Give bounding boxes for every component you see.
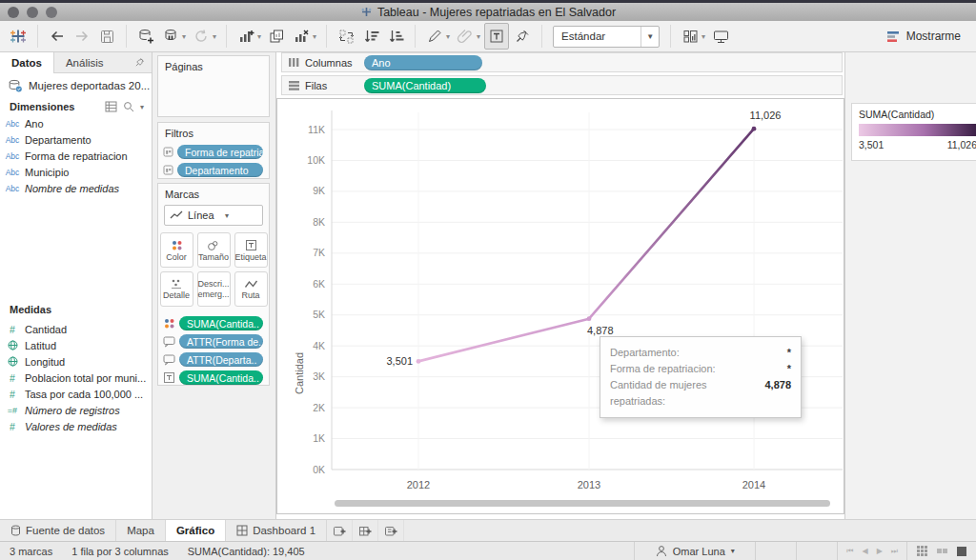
group-members-button[interactable]: [454, 24, 477, 49]
measure-longitud[interactable]: Longitud: [0, 353, 152, 370]
refresh-caret[interactable]: ▾: [213, 32, 216, 41]
new-worksheet-caret[interactable]: ▾: [257, 32, 261, 41]
new-dashboard-tab-button[interactable]: [353, 520, 378, 541]
show-mark-labels-button[interactable]: [484, 23, 509, 50]
duplicate-sheet-button[interactable]: [265, 24, 288, 49]
horizontal-scrollbar[interactable]: [335, 500, 830, 507]
color-dots-icon: [163, 317, 175, 330]
fix-axes-pin-button[interactable]: [511, 24, 534, 49]
svg-text:11K: 11K: [308, 124, 325, 135]
marks-card: Marcas Línea ▾ Color Tamaño Etiqueta: [157, 183, 270, 386]
dimensions-title: Dimensiones: [10, 101, 105, 112]
dimension-nombre-de-medidas[interactable]: AbcNombre de medidas: [0, 180, 152, 196]
zoom-window-button[interactable]: [46, 7, 57, 18]
sort-ascending-button[interactable]: [359, 24, 382, 49]
new-worksheet-button[interactable]: [234, 24, 257, 49]
filter-pill-departamento[interactable]: Departamento: [177, 163, 263, 177]
tab-datos[interactable]: Datos: [0, 52, 54, 73]
tab-fuente-de-datos[interactable]: Fuente de datos: [0, 520, 116, 541]
swap-axes-button[interactable]: [335, 24, 357, 49]
dimensions-list: AbcAno AbcDepartamento AbcForma de repat…: [0, 115, 152, 196]
tab-analisis[interactable]: Análisis: [54, 52, 115, 72]
redo-button[interactable]: [71, 24, 93, 49]
mark-pill-attr-departamento[interactable]: ATTR(Departa..: [179, 352, 263, 367]
search-icon[interactable]: [123, 101, 134, 112]
svg-text:8K: 8K: [313, 216, 325, 228]
measure-tasa[interactable]: #Tasa por cada 100,000 ...: [0, 386, 152, 402]
fit-mode-select[interactable]: Estándar ▼: [553, 26, 660, 48]
mark-pill-attr-forma[interactable]: ATTR(Forma de..: [179, 334, 263, 349]
measure-cantidad[interactable]: #Cantidad: [0, 321, 152, 337]
highlight-button[interactable]: [423, 24, 446, 49]
new-story-tab-button[interactable]: [378, 520, 404, 541]
color-gradient-bar[interactable]: [859, 124, 976, 136]
tab-grafico[interactable]: Gráfico: [166, 520, 226, 541]
close-window-button[interactable]: [8, 7, 19, 18]
user-name: Omar Luna: [673, 546, 725, 557]
previous-sheet-button[interactable]: ◀: [862, 547, 867, 555]
show-me-button[interactable]: Mostrarme: [886, 30, 961, 43]
pause-updates-button[interactable]: [159, 24, 182, 49]
line-chart[interactable]: 0K1K2K3K4K5K6K7K8K9K10K11K2012201320143,…: [277, 99, 844, 513]
columns-pill-ano[interactable]: Ano: [364, 55, 482, 70]
new-worksheet-tab-button[interactable]: [327, 520, 353, 541]
tab-mapa[interactable]: Mapa: [116, 520, 166, 541]
rows-pill-suma-cantidad[interactable]: SUMA(Cantidad): [364, 78, 486, 93]
mark-pill-suma-cantidad-label[interactable]: SUMA(Cantida..: [179, 370, 263, 385]
user-menu[interactable]: Omar Luna ▾: [634, 542, 755, 560]
next-sheet-button[interactable]: ▶: [877, 547, 883, 555]
refresh-button[interactable]: [190, 24, 213, 49]
first-sheet-button[interactable]: ⏮: [846, 547, 853, 556]
dimension-ano[interactable]: AbcAno: [0, 115, 152, 131]
show-hide-cards-caret[interactable]: ▾: [702, 32, 705, 41]
measure-numero-de-registros[interactable]: =#Número de registros: [0, 402, 152, 418]
marks-count: 3 marcas: [10, 546, 52, 557]
tooltip-button[interactable]: Descri... emerg...: [197, 271, 231, 307]
group-members-caret[interactable]: ▾: [477, 32, 480, 41]
show-hide-cards-button[interactable]: [679, 24, 702, 49]
status-cell: [755, 542, 796, 560]
presentation-mode-button[interactable]: [709, 24, 732, 49]
data-pane-tabs: Datos Análisis: [0, 52, 152, 73]
undo-button[interactable]: [46, 24, 69, 49]
show-sheet-button[interactable]: [956, 546, 967, 557]
measure-valores-de-medidas[interactable]: #Valores de medidas: [0, 418, 152, 434]
tab-dashboard-1[interactable]: Dashboard 1: [226, 520, 327, 541]
legend-min-value: 3,501: [859, 139, 884, 150]
last-sheet-button[interactable]: ⏭: [891, 547, 898, 556]
measure-latitud[interactable]: Latitud: [0, 337, 152, 353]
dimension-forma-de-repatriacion[interactable]: AbcForma de repatriacion: [0, 148, 152, 164]
show-tabs-button[interactable]: [916, 545, 928, 557]
view-as-list-icon[interactable]: [105, 101, 117, 112]
toolbar-separator: [226, 25, 227, 48]
pause-updates-caret[interactable]: ▾: [182, 32, 186, 41]
tableau-logo-button[interactable]: [7, 24, 30, 49]
label-button[interactable]: Etiqueta: [234, 232, 268, 268]
mark-type-select[interactable]: Línea ▾: [164, 205, 263, 226]
dimension-municipio[interactable]: AbcMunicipio: [0, 164, 152, 180]
tableau-doc-icon: [360, 6, 373, 18]
pane-pin-icon[interactable]: [134, 52, 152, 72]
show-filmstrip-button[interactable]: [936, 545, 948, 557]
measure-poblacion-total[interactable]: #Poblacion total por muni...: [0, 370, 152, 386]
dimension-departamento[interactable]: AbcDepartamento: [0, 131, 152, 148]
abc-type-icon: Abc: [0, 135, 25, 145]
color-button[interactable]: Color: [160, 232, 193, 268]
minimize-window-button[interactable]: [27, 7, 38, 18]
clear-sheet-button[interactable]: [290, 24, 313, 49]
new-datasource-button[interactable]: [134, 24, 157, 49]
datasource-item[interactable]: Mujeres deportadas 20...: [0, 76, 152, 95]
sheet-navigation: ⏮ ◀ ▶ ⏭: [837, 542, 906, 560]
measures-title: Medidas: [10, 304, 144, 315]
size-button[interactable]: Tamaño: [197, 232, 231, 268]
filter-pill-forma-de-repatriacion[interactable]: Forma de repatria..: [177, 145, 263, 159]
dimensions-menu-caret[interactable]: ▾: [140, 103, 144, 111]
clear-sheet-caret[interactable]: ▾: [313, 32, 316, 41]
detail-button[interactable]: Detalle: [160, 271, 193, 307]
mark-tooltip: Departamento:* Forma de repatriacion:* C…: [600, 336, 802, 418]
mark-pill-suma-cantidad-color[interactable]: SUMA(Cantida..: [179, 316, 263, 330]
save-button[interactable]: [95, 24, 118, 49]
highlight-caret[interactable]: ▾: [446, 32, 450, 41]
sort-descending-button[interactable]: [384, 24, 407, 49]
path-button[interactable]: Ruta: [234, 271, 268, 307]
